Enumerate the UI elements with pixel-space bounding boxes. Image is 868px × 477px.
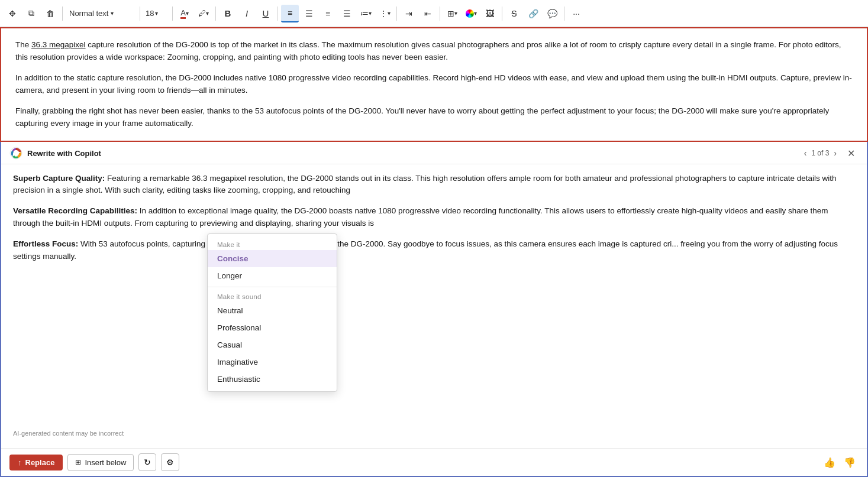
align-left-btn[interactable]: ≡: [281, 5, 299, 22]
italic-label: I: [246, 8, 248, 18]
font-size-chevron: ▾: [155, 10, 158, 17]
separator-6: [396, 7, 397, 21]
comment-icon: 💬: [547, 9, 557, 18]
refresh-icon: ↻: [144, 457, 151, 467]
separator-8: [502, 7, 502, 21]
copilot-p1-label: Superb Capture Quality:: [13, 174, 105, 183]
bullet-list-icon: ≔: [360, 9, 369, 18]
indent-increase-btn[interactable]: ⇥: [400, 5, 418, 22]
dropdown-section-2-label: Make it sound: [208, 290, 337, 302]
separator-5: [277, 7, 278, 21]
color-picker-btn[interactable]: ▾: [462, 5, 480, 22]
copilot-next-btn[interactable]: ›: [831, 147, 839, 159]
strikethrough-btn[interactable]: S: [505, 5, 523, 22]
copilot-header: Rewrite with Copilot ‹ 1 of 3 › ✕: [1, 142, 867, 164]
dropdown-divider: [208, 287, 337, 287]
content-area: The 36.3 megapixel capture resolution of…: [0, 27, 868, 477]
dropdown-longer[interactable]: Longer: [208, 267, 337, 284]
insert-table-btn[interactable]: ⊞ ▾: [443, 5, 461, 22]
refresh-button[interactable]: ↻: [138, 453, 156, 471]
font-size-value: 18: [146, 9, 154, 18]
separator-7: [440, 7, 440, 21]
separator-4: [215, 7, 216, 21]
table-icon: ⊞: [447, 9, 454, 18]
bold-btn[interactable]: B: [219, 5, 237, 22]
make-it-dropdown: Make it Concise Longer Make it sound Neu…: [207, 233, 337, 392]
underline-label: U: [263, 8, 269, 18]
copilot-prev-btn[interactable]: ‹: [802, 147, 809, 159]
align-justify-btn[interactable]: ☰: [338, 5, 356, 22]
replace-label: Replace: [25, 458, 55, 467]
toolbar: ✥ ⧉ 🗑 Normal text ▾ 18 ▾ A ▾ 🖊 ▾ B I U ≡: [0, 0, 868, 27]
dropdown-enthusiastic[interactable]: Enthusiastic: [208, 371, 337, 388]
more-options-btn[interactable]: ···: [567, 5, 585, 22]
link-icon: 🔗: [528, 9, 538, 18]
dropdown-concise[interactable]: Concise: [208, 250, 337, 267]
insert-label: Insert below: [85, 458, 126, 467]
align-justify-icon: ☰: [343, 9, 351, 18]
underline-btn[interactable]: U: [257, 5, 275, 22]
indent-increase-icon: ⇥: [405, 9, 412, 18]
strikethrough-icon: S: [511, 9, 517, 18]
align-left-icon: ≡: [288, 8, 292, 18]
thumbs-down-icon: 👎: [844, 457, 856, 468]
separator-3: [172, 7, 173, 21]
copilot-paragraph-3: Effortless Focus: With 53 autofocus poin…: [13, 238, 855, 263]
indent-decrease-btn[interactable]: ⇤: [419, 5, 437, 22]
bullet-list-btn[interactable]: ≔ ▾: [357, 5, 375, 22]
document-paragraph-1: The 36.3 megapixel capture resolution of…: [15, 39, 853, 64]
separator-9: [564, 7, 564, 21]
numbered-list-icon: ⋮: [379, 9, 388, 18]
ai-disclaimer: AI-generated content may be incorrect: [1, 427, 867, 440]
highlight-chevron: ▾: [206, 10, 209, 17]
move-icon-btn[interactable]: ✥: [4, 5, 21, 22]
insert-below-button[interactable]: ⊞ Insert below: [67, 454, 134, 471]
numbered-list-btn[interactable]: ⋮ ▾: [376, 5, 393, 22]
chevron-down-icon: ▾: [111, 10, 114, 17]
copilot-body: Superb Capture Quality: Featuring a rema…: [1, 164, 867, 427]
dropdown-neutral[interactable]: Neutral: [208, 302, 337, 319]
dropdown-section-1-label: Make it: [208, 238, 337, 250]
copy-icon-btn[interactable]: ⧉: [22, 5, 40, 22]
replace-button[interactable]: ↑ Replace: [9, 455, 63, 470]
color-circle-icon: [466, 9, 474, 18]
copilot-page-indicator: 1 of 3: [811, 149, 829, 157]
thumbs-up-icon: 👍: [824, 457, 835, 468]
copilot-p3-label: Effortless Focus:: [13, 239, 78, 248]
copilot-panel: Rewrite with Copilot ‹ 1 of 3 › ✕ Superb…: [0, 142, 868, 477]
link-btn[interactable]: 🔗: [524, 5, 542, 22]
document-top[interactable]: The 36.3 megapixel capture resolution of…: [0, 27, 868, 142]
style-selector[interactable]: Normal text ▾: [66, 8, 137, 19]
dropdown-casual[interactable]: Casual: [208, 336, 337, 353]
italic-btn[interactable]: I: [238, 5, 256, 22]
font-color-btn[interactable]: A ▾: [176, 5, 193, 22]
separator-1: [62, 7, 63, 21]
font-size-control[interactable]: 18 ▾: [143, 8, 169, 19]
font-color-chevron: ▾: [186, 10, 189, 17]
document-paragraph-3: Finally, grabbing the right shot has nev…: [15, 105, 853, 130]
comment-btn[interactable]: 💬: [543, 5, 561, 22]
copilot-paragraph-1: Superb Capture Quality: Featuring a rema…: [13, 173, 855, 197]
dropdown-imaginative[interactable]: Imaginative: [208, 353, 337, 371]
copilot-title: Rewrite with Copilot: [27, 149, 797, 158]
feedback-buttons: 👍 👎: [821, 455, 859, 470]
more-options-icon: ···: [573, 9, 580, 18]
align-right-btn[interactable]: ≡: [319, 5, 337, 22]
replace-arrow-icon: ↑: [18, 458, 22, 467]
align-center-icon: ☰: [305, 9, 313, 18]
dropdown-professional[interactable]: Professional: [208, 319, 337, 336]
delete-icon-btn[interactable]: 🗑: [41, 5, 59, 22]
insert-icon: ⊞: [75, 458, 81, 466]
style-label: Normal text: [69, 9, 108, 18]
image-btn[interactable]: 🖼: [481, 5, 499, 22]
align-center-btn[interactable]: ☰: [300, 5, 318, 22]
settings-icon: ⚙: [166, 457, 174, 467]
copilot-paragraph-2: Versatile Recording Capabilities: In add…: [13, 205, 855, 230]
indent-decrease-icon: ⇤: [424, 9, 431, 18]
megapixel-link[interactable]: 36.3 megapixel: [31, 40, 86, 49]
thumbs-up-btn[interactable]: 👍: [821, 455, 838, 470]
highlight-btn[interactable]: 🖊 ▾: [195, 5, 212, 22]
settings-button[interactable]: ⚙: [161, 453, 179, 471]
thumbs-down-btn[interactable]: 👎: [841, 455, 859, 470]
copilot-close-btn[interactable]: ✕: [844, 147, 859, 160]
